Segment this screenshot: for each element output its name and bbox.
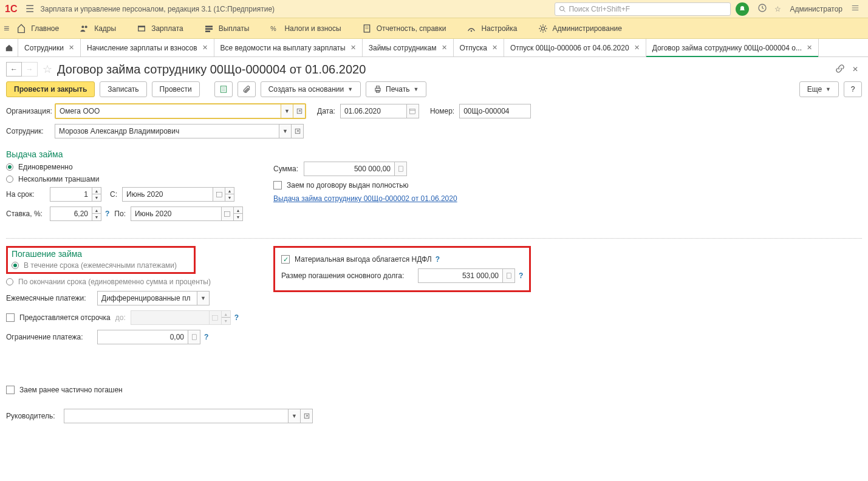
tab-employees[interactable]: Сотрудники✕ <box>18 39 81 56</box>
svg-rect-29 <box>398 166 403 171</box>
post-button[interactable]: Провести <box>152 81 200 97</box>
tab-home[interactable] <box>0 39 18 56</box>
svg-point-14 <box>471 30 473 32</box>
nav-reports[interactable]: Отчетность, справки <box>362 24 446 33</box>
star-icon[interactable]: ☆ <box>774 5 781 13</box>
tab-statements[interactable]: Все ведомости на выплату зарплаты✕ <box>214 39 363 56</box>
sum-input[interactable]: 500 000,00 <box>304 162 395 176</box>
history-icon[interactable] <box>757 3 767 15</box>
more-button[interactable]: Еще▼ <box>799 81 839 97</box>
spin-down-icon[interactable]: ▼ <box>234 214 242 220</box>
chevron-down-icon[interactable]: ▼ <box>279 124 292 138</box>
tab-loan-contract[interactable]: Договор займа сотруднику 00Що-000004 о..… <box>646 39 819 56</box>
nav-forward-button[interactable]: → <box>22 62 38 77</box>
link-icon[interactable] <box>835 64 845 75</box>
favorite-star-icon[interactable]: ☆ <box>43 63 52 76</box>
fully-issued-checkbox[interactable]: Заем по договору выдан полностью <box>273 181 457 189</box>
radio-one-time[interactable]: Единовременно <box>6 163 273 171</box>
open-icon[interactable] <box>293 104 305 118</box>
save-button[interactable]: Записать <box>100 81 146 97</box>
tab-vacation-doc[interactable]: Отпуск 00Що-000006 от 04.06.2020✕ <box>504 39 646 56</box>
calendar-icon[interactable] <box>407 104 419 118</box>
nav-admin[interactable]: Администрирование <box>538 24 622 33</box>
report-button[interactable] <box>214 81 233 97</box>
open-icon[interactable] <box>292 124 304 138</box>
close-icon[interactable]: ✕ <box>492 44 497 52</box>
spin-down-icon[interactable]: ▼ <box>92 214 101 220</box>
radio-multiple-tranches[interactable]: Несколькими траншами <box>6 175 273 183</box>
calendar-icon[interactable] <box>222 206 234 221</box>
tab-vacations[interactable]: Отпуска✕ <box>454 39 504 56</box>
search-input[interactable]: Поиск Ctrl+Shift+F <box>555 2 731 16</box>
attach-button[interactable] <box>238 81 256 97</box>
user-label[interactable]: Администратор <box>790 5 842 13</box>
create-based-on-button[interactable]: Создать на основании▼ <box>261 81 361 97</box>
calculator-icon[interactable] <box>188 330 200 344</box>
nav-back-button[interactable]: ← <box>6 62 22 77</box>
close-icon[interactable]: ✕ <box>350 44 356 52</box>
help-icon[interactable]: ? <box>234 313 239 322</box>
calculator-icon[interactable] <box>395 162 407 176</box>
spin-down-icon[interactable]: ▼ <box>225 194 234 201</box>
chevron-down-icon[interactable]: ▼ <box>281 104 293 118</box>
principal-input[interactable]: 531 000,00 <box>418 268 503 283</box>
rate-spinner[interactable]: 6,20 ▲▼ <box>50 206 101 221</box>
form: Организация: Омега ООО ▼ Дата: 01.06.202… <box>0 103 868 423</box>
tab-loans[interactable]: Займы сотрудникам✕ <box>363 39 454 56</box>
nav-main[interactable]: Главное <box>16 24 59 33</box>
paperclip-icon <box>242 85 251 94</box>
ndfl-checkbox-row[interactable]: Материальная выгода облагается НДФЛ ? <box>281 255 523 264</box>
prev-repaid-checkbox[interactable]: Заем ранее частично погашен <box>6 386 862 394</box>
svg-point-4 <box>85 26 87 28</box>
post-and-close-button[interactable]: Провести и закрыть <box>6 81 95 97</box>
issue-link[interactable]: Выдача займа сотруднику 00Що-000002 от 0… <box>273 194 457 203</box>
employee-input[interactable]: Морозов Александр Владимирович <box>55 124 279 138</box>
help-icon[interactable]: ? <box>204 333 208 341</box>
close-icon[interactable]: ✕ <box>634 44 640 52</box>
spin-up-icon[interactable]: ▲ <box>92 207 101 214</box>
close-icon[interactable]: ✕ <box>69 44 74 52</box>
spin-up-icon[interactable]: ▲ <box>92 188 101 194</box>
chevron-down-icon[interactable]: ▼ <box>289 409 301 423</box>
to-month-input[interactable]: Июнь 2020 <box>131 206 222 221</box>
org-field[interactable]: Омега ООО ▼ <box>55 103 306 119</box>
tab-payroll[interactable]: Начисление зарплаты и взносов✕ <box>81 39 214 56</box>
close-icon[interactable]: ✕ <box>202 44 208 52</box>
date-input[interactable]: 01.06.2020 <box>340 104 407 118</box>
calculator-icon[interactable] <box>503 268 515 283</box>
nav-burger-icon[interactable]: ≡ <box>4 23 9 34</box>
nav-settings[interactable]: Настройка <box>466 24 517 33</box>
close-icon[interactable]: ✕ <box>807 44 812 52</box>
open-icon[interactable] <box>301 409 313 423</box>
print-button[interactable]: Печать▼ <box>366 81 426 97</box>
deferral-checkbox[interactable] <box>6 313 15 322</box>
chevron-down-icon[interactable]: ▼ <box>197 291 210 305</box>
radio-at-end[interactable]: По окончании срока (единовременно сумма … <box>6 278 273 286</box>
term-spinner[interactable]: 1 ▲▼ <box>50 187 101 202</box>
nav-staff[interactable]: Кадры <box>80 24 116 33</box>
manager-input[interactable] <box>64 409 289 423</box>
calendar-icon[interactable] <box>213 187 225 202</box>
nav-salary[interactable]: Зарплата <box>137 24 183 33</box>
spin-down-icon[interactable]: ▼ <box>92 194 101 201</box>
panel-menu-icon[interactable] <box>851 4 859 14</box>
radio-during-term[interactable]: В течение срока (ежемесячными платежами) <box>12 261 190 270</box>
monthly-select[interactable]: Дифференцированные пл ▼ <box>97 291 210 305</box>
from-month-input[interactable]: Июнь 2020 <box>122 187 213 202</box>
help-icon[interactable]: ? <box>519 271 523 280</box>
spin-up-icon[interactable]: ▲ <box>234 207 242 214</box>
org-input[interactable]: Омега ООО <box>56 104 281 118</box>
help-icon[interactable]: ? <box>105 210 109 218</box>
close-icon[interactable]: ✕ <box>442 44 447 52</box>
spin-up-icon[interactable]: ▲ <box>225 188 234 194</box>
nav-taxes[interactable]: %Налоги и взносы <box>270 24 341 33</box>
burger-icon[interactable]: ☰ <box>26 3 34 15</box>
limit-input[interactable]: 0,00 <box>97 330 188 344</box>
help-icon[interactable]: ? <box>436 255 440 264</box>
home-icon <box>5 44 13 52</box>
close-icon[interactable]: ✕ <box>852 65 858 73</box>
help-button[interactable]: ? <box>844 81 862 97</box>
number-input[interactable]: 00Що-000004 <box>459 104 531 118</box>
nav-payments[interactable]: Выплаты <box>204 24 250 33</box>
notifications-bell-icon[interactable] <box>736 2 749 16</box>
